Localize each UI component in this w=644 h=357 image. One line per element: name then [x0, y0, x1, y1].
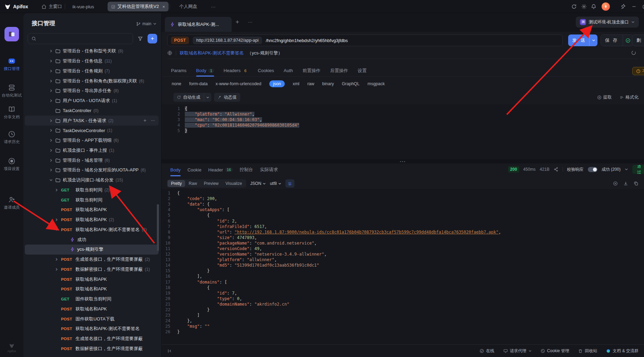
request-body-editor[interactable]: 1{2 "platform": "Allwinner",3 "mac": "9C… — [162, 104, 644, 159]
maximize-icon[interactable] — [641, 3, 644, 10]
tree-folder[interactable]: 管理后台 - 任务规则(7) — [25, 66, 159, 76]
project-tab-netdisk[interactable]: 个人网盘 — [179, 0, 197, 13]
chevron-right-icon[interactable] — [48, 148, 54, 153]
view-Visualize[interactable]: Visualize — [222, 180, 245, 187]
auto-generate-button[interactable]: 自动生成 — [173, 93, 211, 102]
body-type-GraphQL[interactable]: GraphQL — [342, 81, 360, 86]
chevron-right-icon[interactable] — [48, 58, 54, 64]
add-icon[interactable] — [143, 118, 147, 123]
chevron-right-icon[interactable] — [48, 68, 54, 74]
more-icon[interactable] — [151, 118, 155, 123]
tree-endpoint[interactable]: POST获取域名和APK-测试不需要签名(2) — [25, 225, 159, 235]
tree-endpoint[interactable]: POST获取域名和APK(2) — [25, 215, 159, 225]
chevron-right-icon[interactable] — [54, 257, 59, 262]
tree-folder[interactable]: TaskDeviceController(1) — [25, 126, 159, 136]
tree-folder[interactable]: 管理后台 - APP下载明细(6) — [25, 136, 159, 146]
rail-item-请求历史[interactable]: 请求历史 — [0, 130, 23, 145]
panel-splitter[interactable]: ••• — [162, 159, 644, 163]
tree-test-case[interactable]: ycs-规则引擎 — [25, 245, 159, 255]
tree-folder[interactable]: 管理后台 - 任务和角色(数据权限)关联(6) — [25, 76, 159, 86]
format-button[interactable]: 格式化 — [620, 95, 639, 100]
bell-icon[interactable] — [590, 3, 597, 10]
response-tab-Body[interactable]: Body — [170, 163, 181, 176]
tree-folder[interactable]: 用户 TASK - 任务请求(2) — [25, 116, 159, 126]
rail-item-接口管理[interactable]: 接口管理 — [0, 57, 23, 71]
tree-endpoint[interactable]: GET获取当前时间 — [25, 195, 159, 205]
chevron-right-icon[interactable] — [48, 118, 54, 123]
tree-endpoint[interactable]: POST获取域名和APK — [25, 304, 159, 314]
new-tab-icon[interactable] — [235, 19, 240, 24]
body-type-x-www-form-urlencoded[interactable]: x-www-form-urlencoded — [215, 81, 261, 86]
fullscreen-icon[interactable] — [613, 181, 618, 186]
body-type-form-data[interactable]: form-data — [189, 81, 208, 86]
chevron-right-icon[interactable] — [48, 88, 54, 93]
tab-Body[interactable]: Body1 — [196, 65, 214, 76]
chevron-right-icon[interactable] — [48, 138, 54, 143]
response-tab-控制台[interactable]: 控制台 — [240, 163, 253, 176]
environment-selector[interactable]: 测 测试环境-机顶盒接口 — [576, 17, 639, 28]
body-type-binary[interactable]: binary — [322, 81, 334, 86]
tab-overflow-button[interactable]: ··· — [211, 0, 215, 13]
minimize-icon[interactable] — [630, 3, 638, 10]
tree-folder[interactable]: 管理后台 - 导出异步任务(8) — [25, 86, 159, 96]
user-avatar[interactable] — [602, 2, 610, 11]
download-icon[interactable] — [623, 181, 628, 186]
response-tab-Header[interactable]: Header16 — [208, 163, 233, 176]
body-type-raw[interactable]: raw — [307, 81, 314, 86]
chevron-right-icon[interactable] — [48, 158, 54, 163]
response-tab-实际请求[interactable]: 实际请求 — [260, 163, 278, 176]
project-tab-active[interactable]: 艾科信息管理系统V2 × — [108, 2, 169, 11]
tree-endpoint[interactable]: POST获取域名和APK — [25, 274, 159, 284]
request-tab-active[interactable]: 获取域名和APK-测... — [165, 17, 232, 32]
gear-icon[interactable] — [580, 3, 588, 10]
body-type-none[interactable]: none — [172, 81, 181, 86]
chevron-down-icon[interactable] — [48, 177, 54, 183]
chevron-right-icon[interactable] — [48, 78, 54, 84]
response-body-viewer[interactable]: 1{2 "code": 200,3 "data": {4 "uotaApps":… — [162, 189, 644, 344]
word-wrap-icon[interactable] — [285, 179, 294, 188]
chevron-down-icon[interactable] — [54, 227, 59, 232]
chevron-right-icon[interactable] — [54, 267, 59, 272]
api-doc-link[interactable]: 获取域名和APK-测试不需要签名 — [180, 50, 244, 56]
base-url-chip[interactable]: http://192.168.1.87:8742/app-api — [193, 37, 262, 44]
add-api-button[interactable]: + — [148, 34, 157, 43]
collapse-left-icon[interactable] — [167, 348, 172, 354]
project-tab-ik-vue-plus[interactable]: ik-vue-plus — [72, 0, 94, 13]
view-Raw[interactable]: Raw — [185, 180, 200, 187]
branch-selector[interactable]: main — [136, 21, 157, 26]
validate-toggle[interactable] — [588, 167, 597, 172]
rail-item-项目设置[interactable]: 项目设置 — [0, 157, 23, 171]
send-button[interactable]: 发 送 — [568, 34, 597, 46]
chevron-right-icon[interactable] — [48, 167, 54, 173]
body-type-msgpack[interactable]: msgpack — [368, 81, 385, 86]
rail-item-自动化测试[interactable]: 自动化测试 — [0, 84, 23, 98]
mismatch-badge[interactable]: 不一致 — [632, 67, 644, 75]
pin-icon[interactable] — [619, 3, 627, 10]
encoding-dropdown[interactable]: utf8 — [270, 181, 281, 186]
chevron-right-icon[interactable] — [54, 217, 59, 222]
project-avatar[interactable] — [4, 27, 19, 41]
tree-endpoint[interactable]: POST数据解密接口，生产环境需要屏蔽(1) — [25, 265, 159, 275]
tree-endpoint[interactable]: GET获取当前时间(2) — [25, 185, 159, 195]
response-tab-Cookie[interactable]: Cookie — [188, 163, 201, 176]
share-icon[interactable] — [554, 167, 559, 172]
tree-folder[interactable]: 管理后台 - 任务信息(11) — [25, 56, 159, 66]
delete-button[interactable]: 删 除 — [632, 34, 644, 46]
url-path-input[interactable]: /hnc2fng/ghbn1hebdsh2/yh65hbfvg3jfdbs — [266, 38, 348, 43]
statusbar-在线[interactable]: 在线 — [480, 348, 494, 354]
tree-folder[interactable]: 管理后台 - 域名分发对应的UOTA-APP(6) — [25, 165, 159, 175]
tree-endpoint[interactable]: POST获取域名和APK — [25, 284, 159, 294]
close-icon[interactable]: × — [162, 4, 165, 9]
statusbar-文档 & 交流群[interactable]: 文档 & 交流群 — [606, 348, 638, 354]
tab-前置操作[interactable]: 前置操作 — [303, 65, 321, 76]
tab-Cookies[interactable]: Cookies — [258, 65, 274, 76]
tab-Headers[interactable]: Headers6 — [224, 65, 248, 76]
method-badge[interactable]: POST — [171, 37, 189, 44]
body-type-xml[interactable]: xml — [293, 81, 299, 86]
save-button[interactable]: 保 存 — [601, 34, 633, 46]
tree-folder[interactable]: 机顶盒接口 - 事件上报(1) — [25, 146, 159, 156]
copy-icon[interactable] — [634, 181, 638, 186]
format-dropdown[interactable]: JSON — [250, 181, 266, 186]
tree-folder[interactable]: 管理后台 - 域名管理(6) — [25, 155, 159, 165]
tree-endpoint[interactable]: POST生成签名接口，生产环境需要屏蔽 — [25, 334, 159, 344]
